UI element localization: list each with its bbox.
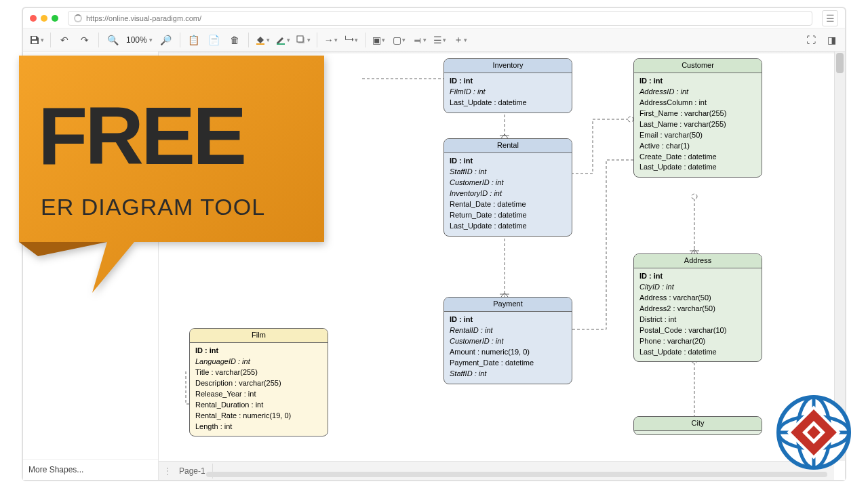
line-color-button[interactable]: ▾	[273, 30, 292, 49]
delete-button[interactable]: 🗑	[225, 30, 244, 49]
distribute-button[interactable]: ☰▾	[431, 30, 450, 49]
entity-body: ID : int AddressID : int AddressColumn :…	[634, 73, 762, 177]
svg-point-8	[628, 117, 633, 122]
entity-title: Rental	[444, 139, 572, 153]
url-text: https://online.visual-paradigm.com/	[86, 14, 201, 22]
svg-point-9	[692, 194, 697, 199]
banner-subtitle: ER DIAGRAM TOOL	[41, 194, 265, 220]
entity-body: ID : int CityID : int Address : varchar(…	[634, 268, 762, 362]
entity-rental[interactable]: Rental ID : int StaffID : int CustomerID…	[443, 138, 572, 237]
promo-banner: FREE ER DIAGRAM TOOL	[12, 49, 338, 320]
window-close-icon[interactable]	[30, 15, 37, 22]
entity-address[interactable]: Address ID : int CityID : int Address : …	[633, 253, 762, 362]
entity-body: ID : int StaffID : int CustomerID : int …	[444, 153, 572, 236]
entity-title: Film	[190, 329, 328, 343]
window-maximize-icon[interactable]	[52, 15, 58, 22]
fullscreen-button[interactable]: ⛶	[802, 30, 821, 49]
entity-title: Inventory	[444, 59, 572, 73]
add-button[interactable]: ＋▾	[451, 30, 470, 49]
horizontal-scrollbar[interactable]	[206, 472, 827, 477]
app-toolbar: ▾ ↶ ↷ 🔍 100%▾ 🔎 📋 📄 🗑 ▾ ▾ ▾ →▾ ⮡▾ ▣▾ ▢▾ …	[23, 28, 845, 52]
entity-title: City	[634, 417, 762, 431]
browser-titlebar: https://online.visual-paradigm.com/ ☰	[23, 8, 845, 28]
loading-spinner-icon	[74, 14, 82, 22]
shadow-button[interactable]: ▾	[294, 30, 313, 49]
more-shapes-link[interactable]: More Shapes...	[23, 459, 158, 480]
fill-color-button[interactable]: ▾	[253, 30, 272, 49]
entity-title: Address	[634, 254, 762, 268]
banner-title: FREE	[38, 90, 244, 181]
svg-rect-0	[32, 37, 36, 39]
entity-title: Payment	[444, 298, 572, 312]
svg-marker-12	[19, 242, 107, 256]
url-bar[interactable]: https://online.visual-paradigm.com/	[68, 11, 812, 26]
zoom-out-button[interactable]: 🔍	[103, 30, 122, 49]
entity-film[interactable]: Film ID : int LanguageID : int Title : v…	[189, 328, 328, 436]
save-icon	[29, 35, 40, 45]
to-back-button[interactable]: ▢▾	[390, 30, 409, 49]
entity-body: ID : int LanguageID : int Title : varcha…	[190, 343, 328, 436]
to-front-button[interactable]: ▣▾	[370, 30, 389, 49]
zoom-level[interactable]: 100%▾	[123, 35, 155, 45]
svg-rect-3	[277, 43, 285, 45]
paste-button[interactable]: 📄	[205, 30, 224, 49]
layout-right-button[interactable]: ◨	[822, 30, 841, 49]
copy-button[interactable]: 📋	[184, 30, 203, 49]
align-button[interactable]: ⫤▾	[410, 30, 429, 49]
entity-body: ID : int FilmID : int Last_Update : date…	[444, 73, 572, 113]
entity-inventory[interactable]: Inventory ID : int FilmID : int Last_Upd…	[443, 58, 572, 113]
browser-menu-button[interactable]: ☰	[822, 10, 838, 26]
svg-rect-5	[297, 36, 303, 42]
paint-bucket-icon	[255, 35, 266, 45]
page-drag-handle-icon[interactable]: ⋮	[163, 466, 168, 476]
window-minimize-icon[interactable]	[41, 15, 47, 22]
shadow-icon	[296, 35, 307, 45]
svg-rect-2	[256, 43, 264, 45]
waypoint-button[interactable]: ⮡▾	[342, 30, 361, 49]
entity-payment[interactable]: Payment ID : int RentalID : int Customer…	[443, 297, 572, 384]
save-button[interactable]: ▾	[27, 30, 46, 49]
zoom-in-button[interactable]: 🔎	[157, 30, 176, 49]
redo-button[interactable]: ↷	[75, 30, 94, 49]
entity-body: ID : int RentalID : int CustomerID : int…	[444, 312, 572, 384]
page-tab-bar: ⋮ Page-1	[159, 461, 834, 480]
undo-button[interactable]: ↶	[55, 30, 74, 49]
entity-customer[interactable]: Customer ID : int AddressID : int Addres…	[633, 58, 762, 178]
pencil-icon	[275, 35, 286, 45]
svg-rect-1	[32, 41, 37, 43]
entity-city[interactable]: City	[633, 416, 762, 435]
entity-title: Customer	[634, 59, 762, 73]
connector-type-button[interactable]: →▾	[321, 30, 340, 49]
vp-logo-icon	[773, 392, 854, 476]
